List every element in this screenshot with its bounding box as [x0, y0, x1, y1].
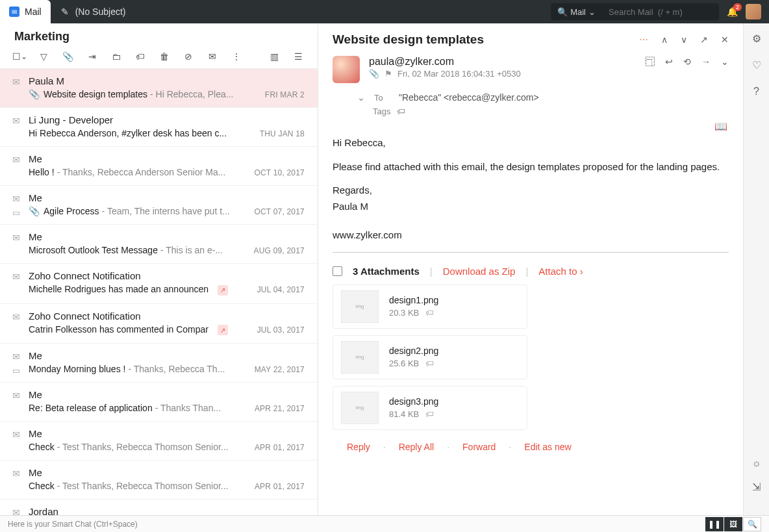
filter-button[interactable]: ▽	[39, 51, 49, 62]
theme-icon[interactable]: ☼	[751, 457, 761, 469]
tab-mail[interactable]: ✉ Mail	[0, 0, 51, 23]
forward-link[interactable]: Forward	[462, 442, 496, 452]
mail-preview: - Thanks Than...	[155, 403, 221, 413]
mail-item[interactable]: ✉MeRe: Beta release of application - Tha…	[0, 383, 318, 422]
body-text: Please find attached with this email, th…	[333, 160, 729, 175]
envelope-icon: ✉	[10, 116, 22, 126]
mail-subject: Check	[29, 481, 55, 491]
layout-button-2[interactable]: ☰	[294, 51, 303, 62]
spam-button[interactable]: ⊘	[184, 51, 194, 62]
body-regards: Regards,	[333, 183, 729, 198]
mail-date: MAY 22, 2017	[255, 365, 305, 374]
mail-subject: Hello !	[29, 167, 55, 177]
apps-icon[interactable]: ♡	[752, 59, 761, 71]
mark-read-button[interactable]: ✉	[207, 51, 217, 62]
attachment-tag-icon[interactable]: 🏷	[425, 409, 434, 419]
more-message-actions[interactable]: ⌄	[721, 57, 729, 67]
signature-website[interactable]: www.zylker.com	[333, 223, 729, 243]
attachment-icon: 📎	[29, 206, 40, 216]
flag-icon[interactable]: ⚑	[384, 69, 392, 79]
topbar: ✉ Mail ✎ (No Subject) 🔍 Mail ⌄ 🔔 2	[0, 0, 769, 23]
reply-button[interactable]: ↩	[665, 57, 673, 67]
prev-message-button[interactable]: ∧	[661, 34, 668, 45]
mail-item[interactable]: ✉Zoho Connect NotificationCatrin Folkess…	[0, 304, 318, 344]
attachment-size: 25.6 KB	[389, 359, 419, 368]
attachment-icon: 📎	[369, 69, 379, 79]
mail-item[interactable]: ✉MeCheck - Test Thanks, Rebecca Thomson …	[0, 461, 318, 500]
close-reader-button[interactable]: ✕	[721, 34, 729, 45]
expand-recipients-button[interactable]: ⌄	[357, 92, 365, 103]
forward-button[interactable]: →	[701, 57, 711, 67]
mail-date: AUG 09, 2017	[254, 246, 305, 255]
envelope-icon: ✉	[10, 312, 22, 322]
more-actions-button[interactable]: ⋮	[231, 51, 241, 62]
to-label: To	[374, 93, 390, 103]
help-icon[interactable]: ?	[753, 86, 759, 97]
reply-all-link[interactable]: Reply All	[399, 442, 434, 452]
mail-sender: Me	[29, 467, 305, 478]
reader-mode-icon[interactable]: 📖	[714, 123, 727, 133]
search-icon: 🔍	[557, 7, 568, 17]
tab-compose-draft[interactable]: ✎ (No Subject)	[51, 0, 135, 23]
envelope-icon: ✉	[10, 351, 22, 362]
screenshot-button[interactable]: 🖼	[724, 517, 742, 531]
select-all-attachments-checkbox[interactable]	[333, 266, 342, 276]
list-toolbar: ☐⌄ ▽ 📎 ⇥ 🗀 🏷 🗑 ⊘ ✉ ⋮ ▥ ☰	[0, 47, 318, 69]
add-tag-button[interactable]: 🏷	[397, 107, 405, 116]
mail-sender: Me	[29, 389, 305, 400]
thread-icon: ▭	[10, 208, 22, 218]
external-link-icon: ↗	[218, 285, 228, 296]
tag-button[interactable]: 🏷	[136, 51, 145, 62]
attach-to-link[interactable]: Attach to ›	[538, 266, 583, 277]
archive-button[interactable]: ⇥	[88, 51, 97, 62]
search-small-button[interactable]: 🔍	[743, 517, 761, 531]
attachment-card[interactable]: imgdesign3.png81.4 KB🏷	[333, 386, 527, 430]
mail-item[interactable]: ✉Zoho Connect NotificationMichelle Rodri…	[0, 264, 318, 304]
mail-item[interactable]: ✉Paula M📎Website design templates - Hi R…	[0, 69, 318, 108]
collapse-rail-icon[interactable]: ⇲	[752, 481, 761, 493]
move-to-folder-button[interactable]: 🗀	[112, 51, 121, 62]
attachment-card[interactable]: imgdesign2.png25.6 KB🏷	[333, 335, 527, 379]
layout-button-1[interactable]: ▥	[270, 51, 279, 62]
attachment-tag-icon[interactable]: 🏷	[425, 308, 434, 318]
attachment-thumbnail: img	[341, 341, 379, 374]
delete-button[interactable]: 🗑	[160, 51, 170, 62]
mail-preview: - Team, The interns have put t...	[102, 206, 230, 216]
envelope-icon: ✉	[10, 429, 22, 440]
search-scope-dropdown[interactable]: 🔍 Mail ⌄	[551, 7, 602, 17]
pause-button[interactable]: ❚❚	[705, 517, 724, 531]
message-date: Fri, 02 Mar 2018 16:04:31 +0530	[397, 69, 521, 79]
settings-icon[interactable]: ⚙	[752, 32, 761, 45]
search-input[interactable]	[602, 7, 719, 17]
open-new-window-button[interactable]: ↗	[700, 34, 708, 45]
mail-list[interactable]: ✉Paula M📎Website design templates - Hi R…	[0, 69, 318, 532]
streams-icon[interactable]: ⋯	[639, 34, 648, 45]
edit-as-new-link[interactable]: Edit as new	[524, 442, 571, 452]
select-all-checkbox[interactable]: ☐⌄	[14, 51, 25, 62]
envelope-icon: ✉	[10, 390, 22, 401]
mail-sender: Me	[29, 153, 305, 164]
smart-chat-bar[interactable]: Here is your Smart Chat (Ctrl+Space) ❚❚ …	[0, 515, 769, 532]
mail-item[interactable]: ✉MeCheck - Test Thanks, Rebecca Thomson …	[0, 422, 318, 461]
notifications-button[interactable]: 🔔 2	[727, 6, 738, 17]
mail-item[interactable]: ✉Li Jung - DeveloperHi Rebecca Anderson,…	[0, 108, 318, 147]
next-message-button[interactable]: ∨	[681, 34, 687, 45]
mail-item[interactable]: ✉MeHello ! - Thanks, Rebecca Anderson Se…	[0, 147, 318, 186]
conversation-view-icon[interactable]: ⿹	[646, 57, 655, 67]
mail-item[interactable]: ✉▭MeMonday Morning blues ! - Thanks, Reb…	[0, 344, 318, 383]
mail-item[interactable]: ✉MeMicrosoft Outlook Test Message - This…	[0, 225, 318, 264]
attachment-card[interactable]: imgdesign1.png20.3 KB🏷	[333, 285, 527, 329]
reply-all-button[interactable]: ⟲	[683, 57, 691, 67]
attachment-filter-button[interactable]: 📎	[63, 51, 73, 62]
attachment-name: design1.png	[389, 295, 519, 305]
envelope-icon: ✉	[10, 233, 22, 243]
reply-link[interactable]: Reply	[347, 442, 370, 452]
attachment-tag-icon[interactable]: 🏷	[425, 359, 434, 368]
user-avatar[interactable]	[746, 4, 761, 19]
envelope-icon: ✉	[10, 468, 22, 479]
mail-date: APR 01, 2017	[255, 482, 305, 491]
download-as-zip-link[interactable]: Download as Zip	[443, 266, 516, 277]
envelope-icon: ✉	[10, 194, 22, 204]
mail-item[interactable]: ✉▭Me📎Agile Process - Team, The interns h…	[0, 186, 318, 225]
envelope-icon: ✉	[10, 155, 22, 165]
